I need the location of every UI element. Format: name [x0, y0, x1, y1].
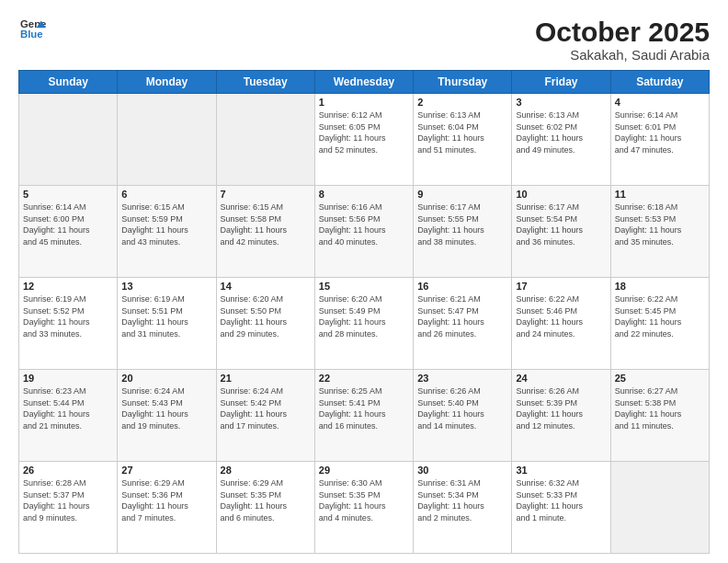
calendar-cell: 20Sunrise: 6:24 AMSunset: 5:43 PMDayligh… — [118, 370, 216, 462]
weekday-monday: Monday — [118, 71, 216, 94]
calendar-cell: 23Sunrise: 6:26 AMSunset: 5:40 PMDayligh… — [414, 370, 512, 462]
cell-info-text: Sunrise: 6:20 AMSunset: 5:49 PMDaylight:… — [319, 293, 409, 339]
cell-date-number: 20 — [121, 373, 211, 384]
calendar-cell: 14Sunrise: 6:20 AMSunset: 5:50 PMDayligh… — [216, 278, 314, 370]
weekday-saturday: Saturday — [610, 71, 709, 94]
calendar-cell — [19, 94, 118, 186]
weekday-friday: Friday — [512, 71, 610, 94]
cell-info-text: Sunrise: 6:26 AMSunset: 5:39 PMDaylight:… — [516, 385, 606, 431]
cell-info-text: Sunrise: 6:15 AMSunset: 5:59 PMDaylight:… — [121, 201, 211, 247]
cell-date-number: 28 — [221, 465, 311, 476]
calendar-cell: 26Sunrise: 6:28 AMSunset: 5:37 PMDayligh… — [19, 462, 118, 554]
logo-icon: General Blue — [20, 17, 46, 42]
cell-date-number: 4 — [615, 97, 705, 108]
cell-date-number: 18 — [615, 281, 705, 292]
cell-date-number: 3 — [516, 97, 606, 108]
title-block: October 2025 Sakakah, Saudi Arabia — [535, 17, 710, 63]
cell-date-number: 7 — [221, 189, 311, 200]
cell-info-text: Sunrise: 6:29 AMSunset: 5:35 PMDaylight:… — [221, 477, 311, 523]
cell-info-text: Sunrise: 6:14 AMSunset: 6:01 PMDaylight:… — [615, 109, 705, 155]
calendar-cell: 24Sunrise: 6:26 AMSunset: 5:39 PMDayligh… — [512, 370, 610, 462]
cell-info-text: Sunrise: 6:23 AMSunset: 5:44 PMDaylight:… — [23, 385, 113, 431]
cell-date-number: 31 — [516, 465, 606, 476]
month-title: October 2025 — [535, 17, 710, 47]
cell-date-number: 30 — [417, 465, 507, 476]
cell-date-number: 21 — [221, 373, 311, 384]
calendar-cell: 29Sunrise: 6:30 AMSunset: 5:35 PMDayligh… — [314, 462, 413, 554]
calendar-cell: 8Sunrise: 6:16 AMSunset: 5:56 PMDaylight… — [314, 186, 413, 278]
cell-info-text: Sunrise: 6:12 AMSunset: 6:05 PMDaylight:… — [319, 109, 409, 155]
calendar-cell: 27Sunrise: 6:29 AMSunset: 5:36 PMDayligh… — [118, 462, 216, 554]
cell-info-text: Sunrise: 6:24 AMSunset: 5:43 PMDaylight:… — [121, 385, 211, 431]
calendar-cell: 5Sunrise: 6:14 AMSunset: 6:00 PMDaylight… — [19, 186, 118, 278]
calendar-cell: 30Sunrise: 6:31 AMSunset: 5:34 PMDayligh… — [414, 462, 512, 554]
cell-date-number: 25 — [615, 373, 705, 384]
weekday-header-row: SundayMondayTuesdayWednesdayThursdayFrid… — [19, 71, 710, 94]
calendar-cell: 10Sunrise: 6:17 AMSunset: 5:54 PMDayligh… — [512, 186, 610, 278]
calendar-cell: 15Sunrise: 6:20 AMSunset: 5:49 PMDayligh… — [314, 278, 413, 370]
cell-date-number: 22 — [319, 373, 409, 384]
cell-date-number: 24 — [516, 373, 606, 384]
cell-info-text: Sunrise: 6:32 AMSunset: 5:33 PMDaylight:… — [516, 477, 606, 523]
calendar-cell: 25Sunrise: 6:27 AMSunset: 5:38 PMDayligh… — [610, 370, 709, 462]
cell-info-text: Sunrise: 6:17 AMSunset: 5:55 PMDaylight:… — [417, 201, 507, 247]
cell-info-text: Sunrise: 6:13 AMSunset: 6:02 PMDaylight:… — [516, 109, 606, 155]
calendar-cell — [610, 462, 709, 554]
week-row-1: 1Sunrise: 6:12 AMSunset: 6:05 PMDaylight… — [19, 94, 710, 186]
cell-info-text: Sunrise: 6:31 AMSunset: 5:34 PMDaylight:… — [417, 477, 507, 523]
cell-date-number: 15 — [319, 281, 409, 292]
weekday-tuesday: Tuesday — [216, 71, 314, 94]
calendar-cell: 16Sunrise: 6:21 AMSunset: 5:47 PMDayligh… — [414, 278, 512, 370]
cell-date-number: 17 — [516, 281, 606, 292]
calendar-table: SundayMondayTuesdayWednesdayThursdayFrid… — [18, 70, 710, 554]
cell-date-number: 16 — [417, 281, 507, 292]
header: General Blue October 2025 Sakakah, Saudi… — [18, 17, 710, 63]
cell-info-text: Sunrise: 6:15 AMSunset: 5:58 PMDaylight:… — [221, 201, 311, 247]
weekday-sunday: Sunday — [19, 71, 118, 94]
location-title: Sakakah, Saudi Arabia — [535, 47, 710, 63]
cell-info-text: Sunrise: 6:14 AMSunset: 6:00 PMDaylight:… — [23, 201, 113, 247]
cell-info-text: Sunrise: 6:22 AMSunset: 5:45 PMDaylight:… — [615, 293, 705, 339]
cell-date-number: 27 — [121, 465, 211, 476]
cell-date-number: 6 — [121, 189, 211, 200]
cell-date-number: 10 — [516, 189, 606, 200]
calendar-cell — [216, 94, 314, 186]
cell-info-text: Sunrise: 6:24 AMSunset: 5:42 PMDaylight:… — [221, 385, 311, 431]
cell-info-text: Sunrise: 6:17 AMSunset: 5:54 PMDaylight:… — [516, 201, 606, 247]
cell-date-number: 9 — [417, 189, 507, 200]
cell-info-text: Sunrise: 6:18 AMSunset: 5:53 PMDaylight:… — [615, 201, 705, 247]
calendar-cell: 28Sunrise: 6:29 AMSunset: 5:35 PMDayligh… — [216, 462, 314, 554]
cell-info-text: Sunrise: 6:13 AMSunset: 6:04 PMDaylight:… — [417, 109, 507, 155]
cell-info-text: Sunrise: 6:26 AMSunset: 5:40 PMDaylight:… — [417, 385, 507, 431]
calendar-cell: 13Sunrise: 6:19 AMSunset: 5:51 PMDayligh… — [118, 278, 216, 370]
week-row-3: 12Sunrise: 6:19 AMSunset: 5:52 PMDayligh… — [19, 278, 710, 370]
calendar-cell: 22Sunrise: 6:25 AMSunset: 5:41 PMDayligh… — [314, 370, 413, 462]
cell-date-number: 12 — [23, 281, 113, 292]
logo: General Blue — [18, 17, 46, 46]
svg-text:Blue: Blue — [20, 29, 43, 40]
cell-info-text: Sunrise: 6:22 AMSunset: 5:46 PMDaylight:… — [516, 293, 606, 339]
cell-info-text: Sunrise: 6:20 AMSunset: 5:50 PMDaylight:… — [221, 293, 311, 339]
calendar-cell: 4Sunrise: 6:14 AMSunset: 6:01 PMDaylight… — [610, 94, 709, 186]
cell-info-text: Sunrise: 6:25 AMSunset: 5:41 PMDaylight:… — [319, 385, 409, 431]
cell-date-number: 11 — [615, 189, 705, 200]
cell-info-text: Sunrise: 6:29 AMSunset: 5:36 PMDaylight:… — [121, 477, 211, 523]
calendar-cell: 21Sunrise: 6:24 AMSunset: 5:42 PMDayligh… — [216, 370, 314, 462]
calendar-cell: 18Sunrise: 6:22 AMSunset: 5:45 PMDayligh… — [610, 278, 709, 370]
cell-info-text: Sunrise: 6:21 AMSunset: 5:47 PMDaylight:… — [417, 293, 507, 339]
calendar-cell: 3Sunrise: 6:13 AMSunset: 6:02 PMDaylight… — [512, 94, 610, 186]
week-row-2: 5Sunrise: 6:14 AMSunset: 6:00 PMDaylight… — [19, 186, 710, 278]
cell-date-number: 2 — [417, 97, 507, 108]
calendar-cell: 1Sunrise: 6:12 AMSunset: 6:05 PMDaylight… — [314, 94, 413, 186]
cell-date-number: 14 — [221, 281, 311, 292]
cell-date-number: 26 — [23, 465, 113, 476]
week-row-5: 26Sunrise: 6:28 AMSunset: 5:37 PMDayligh… — [19, 462, 710, 554]
calendar-cell — [118, 94, 216, 186]
cell-date-number: 8 — [319, 189, 409, 200]
calendar-cell: 11Sunrise: 6:18 AMSunset: 5:53 PMDayligh… — [610, 186, 709, 278]
cell-info-text: Sunrise: 6:16 AMSunset: 5:56 PMDaylight:… — [319, 201, 409, 247]
calendar-cell: 7Sunrise: 6:15 AMSunset: 5:58 PMDaylight… — [216, 186, 314, 278]
calendar-cell: 19Sunrise: 6:23 AMSunset: 5:44 PMDayligh… — [19, 370, 118, 462]
cell-date-number: 1 — [319, 97, 409, 108]
page: General Blue October 2025 Sakakah, Saudi… — [0, 0, 728, 563]
